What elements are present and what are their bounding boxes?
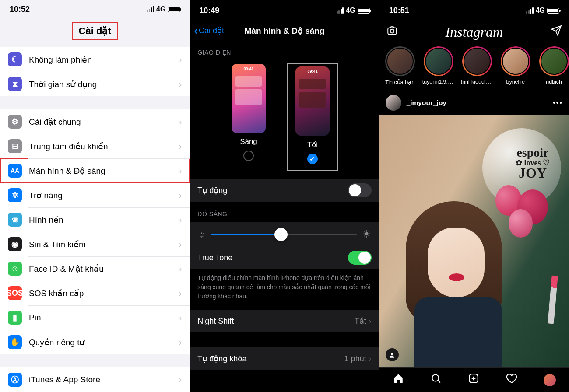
row-accessibility[interactable]: ✲ Trợ năng › [0,183,190,207]
chevron-right-icon: › [179,117,182,127]
phone-settings: 10:52 4G Cài đặt ☾ Không làm phiền › ⧗ T… [0,0,190,392]
chevron-right-icon: › [179,264,182,274]
tab-search[interactable] [430,373,442,387]
svg-point-2 [391,353,393,355]
row-itunes-appstore[interactable]: Ⓐ iTunes & App Store › [0,368,190,392]
row-privacy[interactable]: ✋ Quyền riêng tư › [0,330,190,354]
story-your-story[interactable]: Tin của bạn [384,46,416,85]
appstore-icon: Ⓐ [8,373,22,387]
page-title: Cài đặt [72,22,118,40]
text-size-icon: AA [8,164,22,178]
tab-activity[interactable] [506,373,517,387]
chevron-right-icon: › [179,215,182,225]
chevron-right-icon: › [179,141,182,151]
chevron-right-icon: › [179,239,182,249]
chevron-right-icon: › [369,317,372,326]
post-avatar[interactable] [386,95,401,111]
story-item[interactable]: tuyenn1.9.7.6 [422,46,455,85]
chevron-right-icon: › [179,337,182,347]
signal-icon [337,7,344,14]
network-label: 4G [346,7,355,14]
row-do-not-disturb[interactable]: ☾ Không làm phiền › [0,47,190,72]
row-battery[interactable]: ▮ Pin › [0,305,190,330]
brightness-slider[interactable] [211,234,357,235]
tab-bar [379,368,569,392]
sos-icon: SOS [8,286,22,300]
chevron-right-icon: › [179,313,182,323]
camera-icon[interactable] [386,25,398,39]
brightness-slider-row: ☼ ☀ [190,222,379,246]
back-button[interactable]: ‹ Cài đặt [194,25,224,36]
radio-light[interactable] [243,150,254,161]
post-image[interactable]: espoir ✿ loves ♡ JOY [379,115,569,368]
signal-icon [147,6,154,12]
hand-icon: ✋ [8,335,22,349]
radio-dark[interactable] [307,154,318,164]
gear-icon: ⚙ [8,115,22,129]
section-appearance-header: GIAO DIỆN [190,40,379,60]
face-id-icon: ☺ [8,262,22,276]
instagram-logo: Instagram [446,24,503,40]
network-label: 4G [156,5,165,13]
signal-icon [526,7,534,14]
phone-instagram: 10:51 4G Instagram Tin của bạn t [379,0,569,392]
row-general[interactable]: ⚙ Cài đặt chung › [0,109,190,134]
chevron-right-icon: › [179,374,182,385]
row-night-shift[interactable]: Night Shift Tắt› [190,310,379,332]
story-item[interactable]: bynellie [499,46,532,85]
tab-profile[interactable] [544,374,556,386]
row-screen-time[interactable]: ⧗ Thời gian sử dụng › [0,72,190,96]
appearance-option-light[interactable]: 09:41 Sáng [232,64,266,170]
chevron-right-icon: › [179,79,182,89]
flower-icon: ❀ [8,213,22,227]
balloon-text: espoir ✿ loves ♡ JOY [516,146,550,181]
battery-icon [547,8,559,14]
chevron-right-icon: › [179,166,182,176]
svg-point-3 [432,374,439,381]
sun-large-icon: ☀ [362,228,372,240]
row-siri-search[interactable]: ◉ Siri & Tìm kiếm › [0,232,190,256]
post-username[interactable]: _imyour_joy [407,99,548,107]
toggle-automatic[interactable] [348,183,372,197]
chevron-right-icon: › [179,55,182,65]
settings-header: Cài đặt [0,18,190,47]
story-item[interactable]: trinhkieudie... [461,46,493,85]
sun-small-icon: ☼ [197,229,205,239]
row-emergency-sos[interactable]: SOS SOS khẩn cấp › [0,281,190,305]
toggle-true-tone[interactable] [348,251,372,265]
tab-home[interactable] [393,373,404,387]
thumbnail-light: 09:41 [232,64,266,133]
clock: 10:52 [10,5,30,14]
battery-icon [168,7,180,12]
status-bar: 10:49 4G [190,0,379,21]
more-options-icon[interactable]: ••• [553,99,563,107]
status-bar: 10:52 4G [0,0,190,18]
send-icon[interactable] [551,25,562,39]
row-face-id[interactable]: ☺ Face ID & Mật khẩu › [0,256,190,281]
row-automatic: Tự động [190,179,379,202]
clock: 10:51 [389,6,409,15]
tagged-people-icon[interactable] [386,348,399,361]
svg-point-1 [390,29,394,33]
appearance-option-dark[interactable]: 09:41 Tối [288,64,337,170]
row-wallpaper[interactable]: ❀ Hình nền › [0,207,190,232]
phone-display-settings: 10:49 4G ‹ Cài đặt Màn hình & Độ sáng GI… [190,0,379,392]
network-label: 4G [536,7,545,14]
hourglass-icon: ⧗ [8,77,22,91]
instagram-header: Instagram [379,21,569,43]
row-auto-lock[interactable]: Tự động khóa 1 phút› [190,347,379,370]
chevron-right-icon: › [179,190,182,200]
nav-bar: ‹ Cài đặt Màn hình & Độ sáng [190,21,379,40]
story-item[interactable]: ndbich [538,46,569,85]
moon-icon: ☾ [8,52,22,66]
siri-icon: ◉ [8,237,22,251]
chevron-right-icon: › [179,288,182,298]
stories-tray[interactable]: Tin của bạn tuyenn1.9.7.6 trinhkieudie..… [379,43,569,91]
battery-icon [358,8,370,14]
row-display-brightness[interactable]: AA Màn hình & Độ sáng › [0,158,190,183]
chevron-left-icon: ‹ [194,25,198,36]
row-true-tone: True Tone [190,246,379,269]
row-control-center[interactable]: ⊟ Trung tâm điều khiển › [0,134,190,158]
tab-new-post[interactable] [468,373,479,387]
post-header: _imyour_joy ••• [379,91,569,115]
